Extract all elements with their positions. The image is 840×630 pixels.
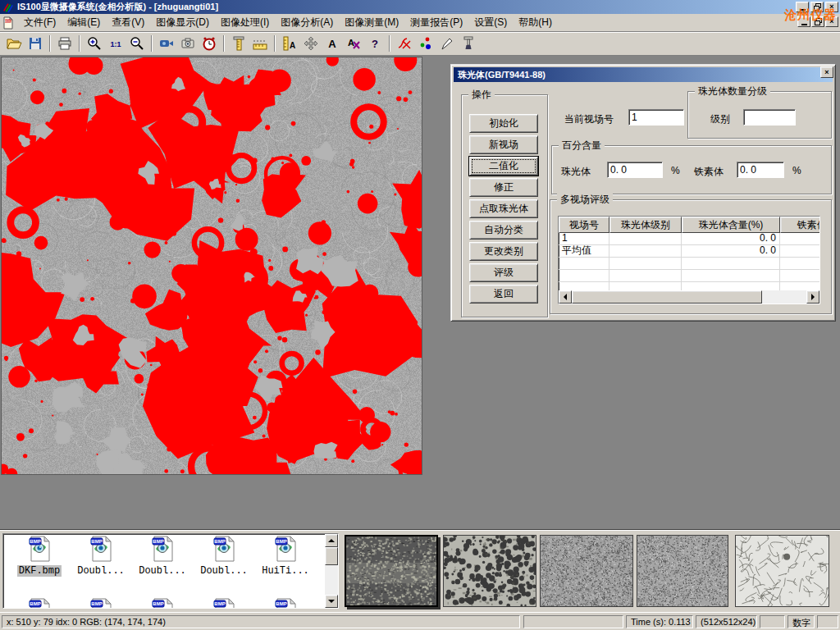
svg-text:BMP: BMP: [214, 539, 225, 544]
thumbnail-5[interactable]: [735, 535, 829, 607]
close-button[interactable]: ×: [825, 2, 838, 12]
menu-image-display[interactable]: 图像显示(D): [150, 14, 215, 31]
btn-change-class[interactable]: 更改类别: [469, 242, 538, 261]
thumbnail-3[interactable]: [540, 535, 633, 607]
col-pearlite-content[interactable]: 珠光体含量(%): [682, 217, 780, 233]
menu-measure-report[interactable]: 测量报告(P): [404, 14, 468, 31]
menu-image-measure[interactable]: 图像测量(M): [339, 14, 404, 31]
menu-settings[interactable]: 设置(S): [468, 14, 513, 31]
scroll-down-button[interactable]: [325, 595, 338, 608]
file-name: Doubl...: [75, 565, 126, 577]
scroll-up-button[interactable]: [325, 534, 338, 547]
table-row[interactable]: 平均值 0. 0: [559, 245, 819, 258]
minimize-icon: [800, 9, 806, 11]
btn-return[interactable]: 返回: [469, 285, 538, 304]
probe-button[interactable]: [436, 34, 458, 53]
table-horizontal-scrollbar[interactable]: [559, 290, 819, 304]
thumbnail-1[interactable]: [345, 535, 438, 607]
app-logo-icon: [2, 2, 14, 13]
child-close-button[interactable]: ×: [825, 16, 838, 27]
zoom-out-button[interactable]: [126, 34, 148, 53]
fill-button[interactable]: [458, 34, 479, 53]
file-item[interactable]: BMP: [133, 598, 192, 609]
menu-help[interactable]: 帮助(H): [513, 14, 558, 31]
font-style-icon: A: [345, 35, 362, 52]
btn-binarize[interactable]: 二值化: [469, 157, 538, 176]
thumbnail-2[interactable]: [443, 535, 536, 607]
child-minimize-button[interactable]: [797, 16, 810, 27]
col-ferrite-content[interactable]: 铁素体含量(%): [780, 217, 820, 233]
move-cross-icon: [303, 35, 319, 52]
bmp-file-icon: BMP: [211, 536, 237, 562]
col-field-number[interactable]: 视场号: [559, 217, 609, 233]
file-item[interactable]: BMP Doubl...: [133, 536, 192, 577]
scroll-thumb[interactable]: [572, 290, 762, 304]
file-item[interactable]: BMP Doubl...: [71, 536, 130, 577]
file-item[interactable]: BMP: [71, 598, 130, 609]
font-style-button[interactable]: A: [343, 34, 364, 53]
menu-view[interactable]: 查看(V): [106, 14, 150, 31]
toolbar-separator: [223, 35, 225, 52]
scroll-thumb[interactable]: [325, 547, 338, 565]
btn-correct[interactable]: 修正: [469, 178, 538, 197]
ruler-button[interactable]: [249, 34, 271, 53]
svg-text:1:1: 1:1: [110, 40, 121, 48]
classify-points-icon: [418, 35, 434, 52]
zoom-in-button[interactable]: [84, 34, 105, 53]
child-restore-button[interactable]: [811, 16, 824, 27]
ferrite-percent-input[interactable]: [737, 162, 784, 178]
dialog-close-button[interactable]: ×: [820, 66, 833, 78]
measure-label-button[interactable]: A: [279, 34, 300, 53]
scroll-right-button[interactable]: [806, 290, 819, 304]
pearlite-percent-input[interactable]: [607, 162, 663, 178]
level-input[interactable]: [743, 109, 796, 126]
btn-rate[interactable]: 评级: [469, 263, 538, 282]
timer-button[interactable]: [199, 34, 220, 53]
menu-image-analysis[interactable]: 图像分析(A): [275, 14, 339, 31]
btn-new-field[interactable]: 新视场: [469, 135, 538, 154]
bmp-file-icon: BMP: [88, 536, 114, 562]
actual-size-button[interactable]: 1:1: [105, 34, 126, 53]
open-button[interactable]: [3, 34, 25, 53]
classify-points-button[interactable]: [415, 34, 436, 53]
micrograph-image[interactable]: [2, 57, 422, 474]
menu-file[interactable]: 文件(F): [18, 14, 62, 31]
dialog-title-bar[interactable]: 珠光体(GB/T9441-88): [454, 67, 833, 82]
btn-auto-classify[interactable]: 自动分类: [469, 221, 538, 240]
menu-image-processing[interactable]: 图像处理(I): [215, 14, 275, 31]
file-item[interactable]: BMP Doubl...: [194, 536, 253, 577]
bmp-file-icon: BMP: [26, 536, 52, 562]
move-button[interactable]: [300, 34, 322, 53]
print-button[interactable]: [54, 34, 75, 53]
thumbnail-4[interactable]: [637, 535, 728, 607]
toolbar-separator: [79, 35, 80, 52]
col-pearlite-grade[interactable]: 珠光体级别: [609, 217, 682, 233]
file-item[interactable]: BMP: [194, 598, 253, 609]
btn-pick-pearlite[interactable]: 点取珠光体: [469, 199, 538, 218]
photo-capture-button[interactable]: [177, 34, 199, 53]
text-annotate-button[interactable]: A: [322, 34, 343, 53]
probe-pen-icon: [439, 35, 455, 52]
video-capture-button[interactable]: [156, 34, 177, 53]
scroll-left-button[interactable]: [559, 290, 572, 304]
scroll-track[interactable]: [762, 290, 806, 304]
menu-bar: DOC 文件(F) 编辑(E) 查看(V) 图像显示(D) 图像处理(I) 图像…: [0, 14, 840, 32]
svg-text:A: A: [290, 41, 295, 50]
file-item[interactable]: BMP DKF.bmp: [10, 536, 69, 577]
svg-text:BMP: BMP: [276, 539, 286, 544]
current-field-input[interactable]: [628, 109, 684, 126]
menu-edit[interactable]: 编辑(E): [62, 14, 106, 31]
table-row[interactable]: 1 0. 0: [559, 233, 819, 245]
title-bar[interactable]: IS100显微摄像系统(金相分析版) - [zhuguangti01] ×: [0, 0, 840, 14]
file-browser-scrollbar[interactable]: [325, 534, 338, 608]
minimize-button[interactable]: [796, 2, 809, 12]
file-item[interactable]: BMP HuiTi...: [256, 536, 315, 577]
curve-edit-button[interactable]: [394, 34, 415, 53]
file-item[interactable]: BMP: [10, 598, 69, 609]
caliper-button[interactable]: [228, 34, 249, 53]
file-item[interactable]: BMP: [256, 598, 315, 609]
save-button[interactable]: [25, 34, 46, 53]
btn-initialize[interactable]: 初始化: [469, 114, 538, 133]
help-button[interactable]: ?: [364, 34, 386, 53]
restore-button[interactable]: [810, 2, 824, 12]
